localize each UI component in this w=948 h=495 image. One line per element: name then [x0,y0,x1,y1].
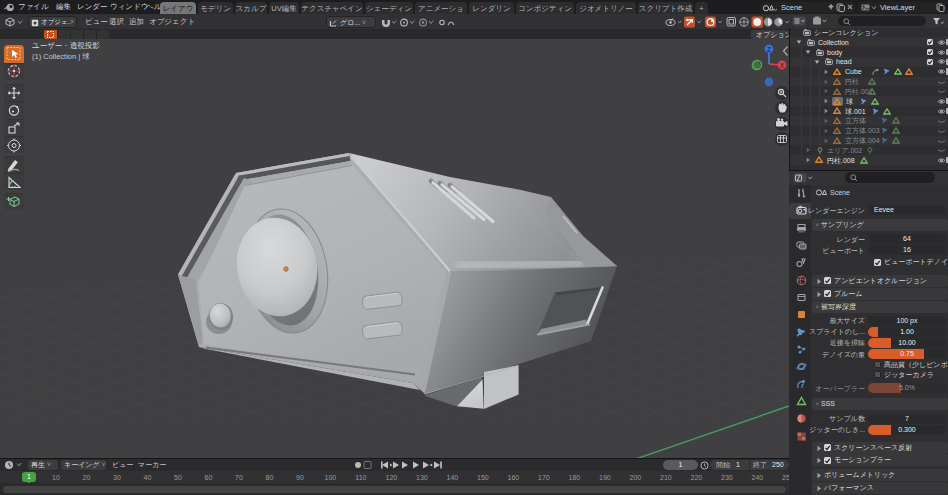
svg-text:X: X [780,62,785,69]
svg-text:170: 170 [538,474,550,481]
svg-text:80: 80 [266,474,274,481]
svg-text:160: 160 [508,474,520,481]
svg-text:40: 40 [144,474,152,481]
svg-text:130: 130 [416,474,428,481]
svg-text:90: 90 [296,474,304,481]
svg-text:60: 60 [205,474,213,481]
svg-text:30: 30 [113,474,121,481]
svg-text:110: 110 [355,474,366,481]
svg-text:230: 230 [721,474,733,481]
svg-text:200: 200 [630,474,642,481]
svg-text:140: 140 [447,474,459,481]
svg-text:250: 250 [782,474,789,481]
svg-text:Z: Z [767,46,771,53]
svg-text:220: 220 [691,474,703,481]
svg-text:20: 20 [83,474,91,481]
svg-text:180: 180 [569,474,581,481]
svg-text:190: 190 [599,474,611,481]
svg-text:120: 120 [386,474,398,481]
svg-text:10: 10 [52,474,60,481]
svg-text:50: 50 [174,474,182,481]
svg-text:150: 150 [477,474,489,481]
svg-text:210: 210 [660,474,672,481]
svg-text:240: 240 [752,474,764,481]
svg-text:70: 70 [235,474,243,481]
svg-text:100: 100 [325,474,337,481]
